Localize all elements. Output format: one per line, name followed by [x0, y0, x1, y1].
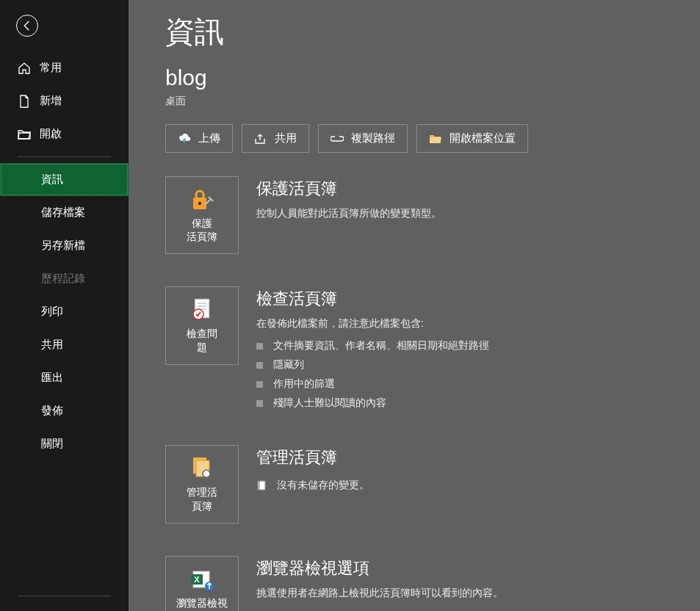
browser-title: 瀏覽器檢視選項: [256, 557, 700, 579]
file-path: 桌面: [165, 95, 700, 108]
home-icon: [18, 62, 31, 75]
backstage-sidebar: 常用新增開啟資訊儲存檔案另存新檔歷程記錄列印共用匯出發佈關閉: [0, 0, 129, 611]
sidebar-item-info[interactable]: 資訊: [0, 163, 129, 196]
browser-desc: 挑選使用者在網路上檢視此活頁簿時可以看到的內容。: [256, 587, 700, 600]
sidebar-item-export[interactable]: 匯出: [0, 361, 129, 394]
inspect-title: 檢查活頁簿: [256, 288, 700, 310]
documents-search-icon: [189, 456, 215, 481]
section-protect: 保護活頁簿 保護活頁簿 控制人員能對此活頁簿所做的變更類型。: [165, 176, 700, 254]
list-item-text: 作用中的篩選: [273, 377, 335, 391]
sidebar-item-label: 共用: [41, 338, 63, 352]
excel-upload-icon: X: [189, 567, 215, 592]
open-location-button[interactable]: 開啟檔案位置: [416, 124, 528, 153]
sidebar-item-publish[interactable]: 發佈: [0, 394, 129, 427]
document-icon: [256, 480, 267, 491]
nav-divider: [18, 156, 111, 157]
svg-point-1: [198, 202, 201, 205]
cloud-upload-icon: [178, 133, 191, 145]
sidebar-item-label: 另存新檔: [41, 239, 85, 253]
share-icon: [254, 133, 267, 145]
copy-path-label: 複製路徑: [351, 131, 395, 145]
protect-title: 保護活頁簿: [256, 178, 700, 200]
sidebar-item-home[interactable]: 常用: [0, 51, 129, 84]
arrow-left-icon: [21, 19, 34, 32]
list-item-text: 殘障人士難以閱讀的內容: [273, 397, 386, 410]
nav-divider-bottom: [18, 596, 111, 596]
sidebar-item-close[interactable]: 關閉: [0, 427, 129, 460]
sidebar-item-history: 歷程記錄: [0, 262, 129, 295]
upload-label: 上傳: [198, 131, 220, 145]
sidebar-item-label: 新增: [40, 94, 62, 108]
sidebar-item-saveas[interactable]: 另存新檔: [0, 229, 129, 262]
bullet-icon: [256, 381, 263, 388]
new-icon: [18, 95, 31, 108]
manage-button-label: 管理活頁簿: [187, 485, 217, 512]
folder-open-icon: [429, 133, 442, 145]
open-location-label: 開啟檔案位置: [450, 131, 516, 145]
section-inspect: 檢查問題 檢查活頁簿 在發佈此檔案前，請注意此檔案包含: 文件摘要資訊、作者名稱…: [165, 286, 700, 413]
protect-desc: 控制人員能對此活頁簿所做的變更類型。: [256, 207, 700, 220]
document-check-icon: [189, 297, 215, 322]
sidebar-item-new[interactable]: 新增: [0, 84, 129, 118]
upload-button[interactable]: 上傳: [165, 124, 233, 153]
svg-text:X: X: [194, 575, 200, 584]
protect-workbook-button[interactable]: 保護活頁簿: [165, 176, 239, 254]
protect-button-label: 保護活頁簿: [187, 217, 217, 243]
inspect-workbook-button[interactable]: 檢查問題: [165, 286, 239, 364]
bullet-icon: [256, 362, 263, 369]
page-title: 資訊: [165, 12, 700, 52]
sidebar-item-label: 資訊: [41, 173, 63, 187]
sidebar-item-save[interactable]: 儲存檔案: [0, 196, 129, 229]
svg-rect-12: [259, 481, 265, 490]
list-item: 隱藏列: [256, 355, 700, 375]
sidebar-item-label: 發佈: [41, 404, 63, 418]
manage-list: 沒有未儲存的變更。: [256, 476, 700, 495]
manage-title: 管理活頁簿: [256, 446, 700, 469]
action-bar: 上傳 共用 複製路徑 開啟檔案位置: [165, 124, 700, 153]
file-name: blog: [165, 65, 700, 90]
share-button[interactable]: 共用: [242, 124, 309, 153]
sidebar-item-print[interactable]: 列印: [0, 295, 129, 328]
copy-path-button[interactable]: 複製路徑: [318, 124, 408, 153]
sidebar-item-label: 常用: [40, 61, 62, 75]
bullet-icon: [256, 343, 263, 350]
sidebar-item-label: 開啟: [40, 127, 62, 141]
sidebar-item-label: 儲存檔案: [41, 206, 85, 220]
inspect-list: 文件摘要資訊、作者名稱、相關日期和絕對路徑隱藏列作用中的篩選殘障人士難以閱讀的內…: [256, 336, 700, 413]
list-item: 作用中的篩選: [256, 375, 700, 394]
share-label: 共用: [275, 131, 297, 145]
list-item-text: 沒有未儲存的變更。: [277, 479, 369, 492]
bullet-icon: [256, 400, 263, 407]
list-item-text: 文件摘要資訊、作者名稱、相關日期和絕對路徑: [273, 339, 489, 352]
inspect-desc: 在發佈此檔案前，請注意此檔案包含:: [256, 317, 700, 330]
svg-line-10: [209, 477, 212, 480]
open-icon: [18, 128, 31, 141]
list-item: 殘障人士難以閱讀的內容: [256, 394, 700, 413]
sidebar-item-label: 列印: [41, 305, 63, 319]
list-item-text: 隱藏列: [273, 358, 304, 372]
list-item: 沒有未儲存的變更。: [256, 476, 700, 495]
sidebar-item-label: 關閉: [41, 437, 63, 451]
back-button[interactable]: [16, 15, 38, 37]
link-icon: [331, 133, 344, 145]
browser-view-button[interactable]: X 瀏覽器檢視選項: [165, 556, 239, 611]
sidebar-item-share[interactable]: 共用: [0, 328, 129, 361]
list-item: 文件摘要資訊、作者名稱、相關日期和絕對路徑: [256, 336, 700, 355]
section-browser-view: X 瀏覽器檢視選項 瀏覽器檢視選項 挑選使用者在網路上檢視此活頁簿時可以看到的內…: [165, 556, 700, 611]
browser-button-label: 瀏覽器檢視選項: [176, 596, 228, 611]
manage-workbook-button[interactable]: 管理活頁簿: [165, 445, 239, 523]
lock-key-icon: [189, 187, 215, 212]
info-page: 資訊 blog 桌面 上傳 共用 複製路徑 開啟檔案位置: [129, 0, 700, 611]
sidebar-item-label: 匯出: [41, 371, 63, 385]
section-manage: 管理活頁簿 管理活頁簿 沒有未儲存的變更。: [165, 445, 700, 523]
sidebar-item-label: 歷程記錄: [41, 272, 85, 286]
inspect-button-label: 檢查問題: [187, 327, 217, 353]
sidebar-item-open[interactable]: 開啟: [0, 118, 129, 151]
svg-point-9: [203, 470, 210, 477]
